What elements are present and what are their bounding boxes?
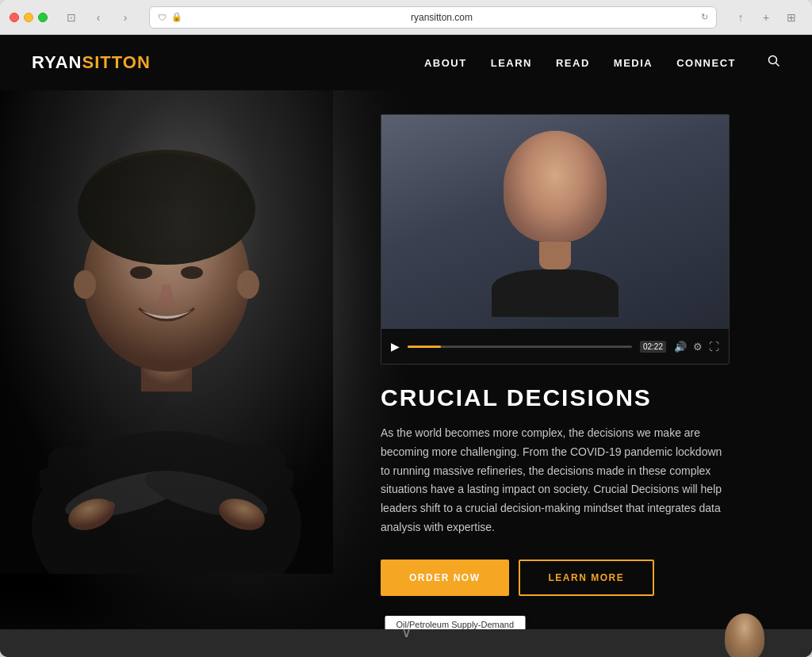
progress-fill	[408, 346, 441, 348]
video-thumbnail	[381, 115, 729, 329]
fullscreen-icon[interactable]: ⛶	[709, 341, 719, 353]
face-head	[504, 131, 607, 242]
svg-point-0	[769, 56, 777, 64]
hero-content: ▶ 02:22 🔊 ⚙ ⛶ CRUCIAL DECISIO	[381, 90, 812, 645]
learn-more-button[interactable]: LEARN MORE	[519, 560, 655, 596]
url-display: ryansitton.com	[187, 12, 696, 23]
content-buttons: ORDER NOW LEARN MORE	[381, 560, 730, 596]
new-tab-button[interactable]: +	[755, 6, 777, 29]
content-section: CRUCIAL DECISIONS As the world becomes m…	[381, 380, 730, 596]
search-icon[interactable]	[768, 55, 780, 71]
face-body	[492, 269, 619, 317]
address-bar[interactable]: 🛡 🔒 ryansitton.com ↻	[149, 6, 717, 29]
nav-read[interactable]: READ	[556, 57, 590, 69]
tab-grid-button[interactable]: ⊞	[780, 6, 802, 29]
nav-learn[interactable]: LEARN	[491, 57, 532, 69]
face-neck	[539, 242, 571, 269]
person-image	[0, 90, 333, 574]
browser-window: ⊡ ‹ › 🛡 🔒 ryansitton.com ↻ ↑ + ⊞ RYANSIT…	[0, 0, 812, 657]
video-icons: 🔊 ⚙ ⛶	[674, 341, 719, 353]
svg-line-1	[776, 63, 779, 67]
maximize-button[interactable]	[38, 13, 48, 22]
site-logo[interactable]: RYANSITTON	[32, 52, 151, 73]
sidebar-toggle-button[interactable]: ⊡	[60, 6, 82, 29]
shield-icon: 🛡	[158, 13, 167, 22]
lock-icon: 🔒	[171, 12, 182, 22]
close-button[interactable]	[10, 13, 19, 22]
back-button[interactable]: ‹	[87, 6, 109, 29]
website: RYANSITTON ABOUT LEARN READ MEDIA CONNEC…	[0, 35, 812, 657]
logo-sitton: SITTON	[82, 52, 151, 73]
logo-ryan: RYAN	[32, 52, 82, 73]
nav-links: ABOUT LEARN READ MEDIA CONNECT	[424, 55, 780, 71]
scroll-indicator[interactable]: ∨	[401, 624, 412, 641]
video-controls: ▶ 02:22 🔊 ⚙ ⛶	[381, 329, 729, 364]
settings-icon[interactable]: ⚙	[693, 341, 703, 353]
progress-bar[interactable]	[408, 346, 632, 348]
browser-controls: ⊡ ‹ ›	[60, 6, 136, 29]
svg-rect-19	[0, 90, 333, 574]
nav-about[interactable]: ABOUT	[424, 57, 467, 69]
video-player: ▶ 02:22 🔊 ⚙ ⛶	[381, 114, 730, 365]
content-body: As the world becomes more complex, the d…	[381, 424, 730, 537]
nav-media[interactable]: MEDIA	[614, 57, 653, 69]
navigation: RYANSITTON ABOUT LEARN READ MEDIA CONNEC…	[0, 35, 812, 90]
volume-icon[interactable]: 🔊	[674, 341, 687, 353]
play-button[interactable]: ▶	[391, 340, 400, 353]
content-title: CRUCIAL DECISIONS	[381, 384, 730, 411]
hero-section: ▶ 02:22 🔊 ⚙ ⛶ CRUCIAL DECISIO	[0, 90, 812, 645]
video-timestamp: 02:22	[640, 341, 666, 353]
minimize-button[interactable]	[24, 13, 33, 22]
browser-titlebar: ⊡ ‹ › 🛡 🔒 ryansitton.com ↻ ↑ + ⊞	[0, 0, 812, 35]
refresh-icon[interactable]: ↻	[701, 12, 708, 22]
browser-actions: ↑ + ⊞	[730, 6, 802, 29]
traffic-lights	[10, 13, 48, 22]
share-button[interactable]: ↑	[730, 6, 752, 29]
hero-portrait	[0, 90, 412, 645]
nav-connect[interactable]: CONNECT	[676, 57, 736, 69]
video-person-face	[492, 131, 619, 277]
forward-button[interactable]: ›	[114, 6, 136, 29]
order-now-button[interactable]: ORDER NOW	[381, 560, 509, 596]
